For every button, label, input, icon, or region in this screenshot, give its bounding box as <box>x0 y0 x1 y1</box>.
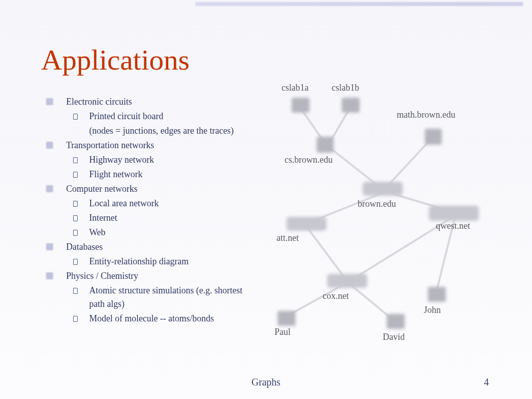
node-label: John <box>424 305 441 315</box>
list-item: Databases <box>43 240 243 254</box>
node-label: att.net <box>277 233 299 243</box>
router-icon <box>327 274 367 288</box>
list-item: Internet <box>43 211 243 225</box>
computer-icon <box>292 98 310 113</box>
list-item: Web <box>43 226 243 239</box>
server-icon <box>317 137 334 153</box>
list-item: Computer networks <box>43 182 243 196</box>
list-item: Model of molecule -- atoms/bonds <box>43 312 243 325</box>
list-item: Flight network <box>43 168 243 181</box>
node-label: brown.edu <box>358 199 396 209</box>
bullet-list: Electronic circuits Printed circuit boar… <box>43 95 243 326</box>
node-label: David <box>383 332 405 342</box>
network-diagram: cslab1a cslab1b math.brown.edu cs.brown.… <box>255 83 526 363</box>
node-label: cox.net <box>323 291 349 301</box>
svg-line-6 <box>306 225 347 280</box>
node-label: math.brown.edu <box>397 110 455 120</box>
router-icon <box>429 206 479 221</box>
list-item: Atomic structure simulations (e.g. short… <box>43 284 243 311</box>
list-item: Physics / Chemistry <box>43 269 243 283</box>
node-label: Paul <box>275 327 291 337</box>
list-item: Electronic circuits <box>43 95 243 109</box>
list-item: Printed circuit board <box>43 110 243 123</box>
router-icon <box>287 217 327 231</box>
slide-title: Applications <box>41 43 189 77</box>
node-label: qwest.net <box>436 221 470 231</box>
list-item: (nodes = junctions, edges are the traces… <box>43 124 243 138</box>
page-number: 4 <box>484 376 489 388</box>
router-icon <box>363 182 403 196</box>
node-label: cslab1b <box>332 83 359 93</box>
node-label: cslab1a <box>282 83 309 93</box>
computer-icon <box>387 314 405 329</box>
top-accent-bar <box>195 2 523 6</box>
footer-label: Graphs <box>0 376 532 388</box>
list-item: Transportation networks <box>43 139 243 152</box>
computer-icon <box>342 98 360 113</box>
list-item: Highway network <box>43 153 243 167</box>
computer-icon <box>428 287 446 302</box>
node-label: cs.brown.edu <box>285 155 333 165</box>
list-item: Local area network <box>43 197 243 210</box>
computer-icon <box>278 311 296 326</box>
server-icon <box>425 129 442 145</box>
list-item: Entity-relationship diagram <box>43 255 243 268</box>
